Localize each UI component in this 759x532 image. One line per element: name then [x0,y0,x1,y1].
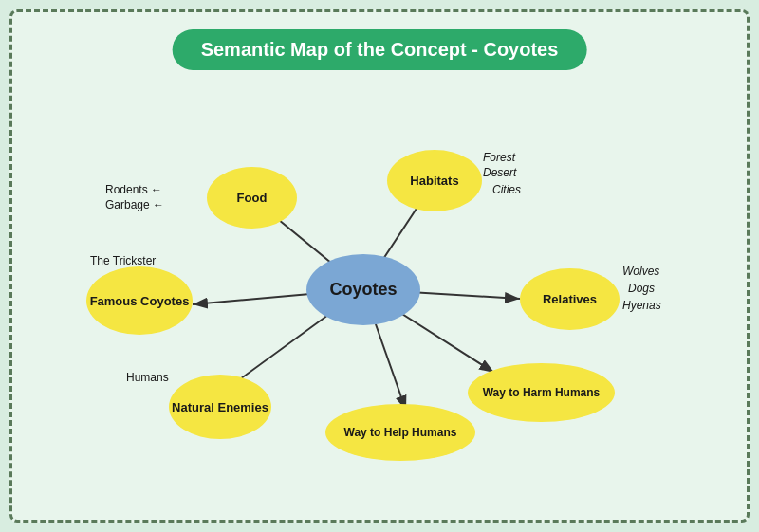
habitats-node: Habitats [387,150,482,211]
center-node: Coyotes [306,254,420,325]
way-help-node: Way to Help Humans [325,404,475,461]
relatives-node: Relatives [520,268,620,330]
annotation-hyenas: Hyenas [622,299,661,312]
annotation-wolves: Wolves [622,265,659,278]
annotation-forest: Forest [483,151,515,164]
annotation-humans: Humans [126,371,169,384]
natural-enemies-node: Natural Enemies [169,375,271,439]
annotation-garbage: Garbage ← [105,198,164,211]
famous-coyotes-node: Famous Coyotes [86,266,193,335]
annotation-rodents: Rodents ← [105,183,162,196]
annotation-trickster: The Trickster [90,254,156,267]
food-node: Food [207,167,297,229]
annotation-desert: Desert [483,166,516,179]
way-harm-node: Way to Harm Humans [468,363,615,422]
main-container: Semantic Map of the Concept - Coyotes Co… [9,9,750,523]
annotation-cities: Cities [492,183,521,196]
annotation-dogs: Dogs [628,282,655,295]
